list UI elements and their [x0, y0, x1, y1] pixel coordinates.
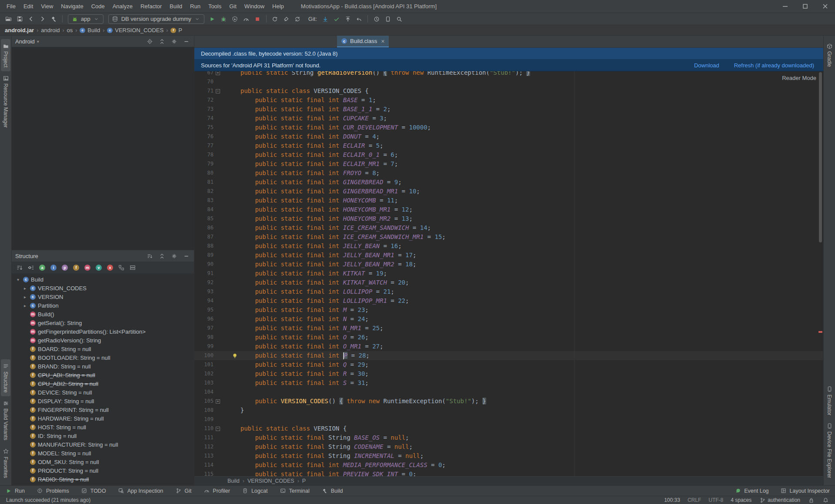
line-number[interactable]: 114	[194, 461, 214, 470]
structure-item[interactable]: mgetFingerprintedPartitions(): List<Part…	[12, 327, 194, 336]
code-line-87[interactable]: 87 public static final int ICE_CREAM_SAN…	[194, 232, 823, 242]
code-line-76[interactable]: 76 public static final int DONUT = 4;	[194, 132, 823, 141]
tab-close-icon[interactable]: ×	[381, 38, 384, 45]
error-stripe-mark[interactable]	[818, 331, 822, 333]
line-number[interactable]: 95	[194, 305, 214, 315]
sort-by-visibility-toggle[interactable]	[27, 263, 35, 272]
run-configuration-select[interactable]: app	[68, 14, 104, 24]
code-line-85[interactable]: 85 public static final int HONEYCOMB_MR2…	[194, 214, 823, 223]
menu-run[interactable]: Run	[186, 0, 204, 13]
git-branch-widget[interactable]: authentication	[759, 497, 800, 504]
code-line-97[interactable]: 97 public static final int N_MR1 = 25;	[194, 324, 823, 333]
tool-stripe-build-variants[interactable]: Build Variants	[1, 396, 10, 444]
code-line-102[interactable]: 102 public static final int R = 30;	[194, 369, 823, 378]
code-line-88[interactable]: 88 public static final int JELLY_BEAN = …	[194, 242, 823, 251]
history-button[interactable]	[371, 14, 381, 24]
code-line-90[interactable]: 90 public static final int JELLY_BEAN_MR…	[194, 260, 823, 269]
code-text[interactable]: public static final int N_MR1 = 25;	[222, 324, 383, 333]
code-line-101[interactable]: 101 public static final int Q = 29;	[194, 360, 823, 369]
code-text[interactable]: public static final int Q = 29;	[222, 360, 369, 369]
structure-item[interactable]: fCPU_ABI: String = null	[12, 371, 194, 379]
tool-stripe-favorites[interactable]: Favorites	[1, 444, 10, 482]
code-text[interactable]: public static final int M = 23;	[222, 305, 369, 315]
reader-mode-label[interactable]: Reader Mode	[782, 75, 816, 81]
minimize-button[interactable]	[775, 0, 795, 13]
refresh-sources-link[interactable]: Refresh (if already downloaded)	[734, 62, 814, 69]
show-inherited-toggle[interactable]: i	[49, 263, 58, 272]
line-number[interactable]: 73	[194, 105, 214, 114]
sync-button[interactable]	[293, 14, 303, 24]
code-text[interactable]: public static final int N = 24;	[222, 315, 369, 324]
line-number[interactable]: 99	[194, 342, 214, 351]
code-line-77[interactable]: 77 public static final int ECLAIR = 5;	[194, 141, 823, 150]
code-line-104[interactable]: 104	[194, 388, 823, 397]
code-text[interactable]: public static final int ECLAIR_MR1 = 7;	[222, 159, 398, 169]
structure-item[interactable]: fODM_SKU: String = null	[12, 458, 194, 466]
hammer-button[interactable]	[49, 14, 59, 24]
search-button[interactable]	[394, 14, 404, 24]
line-number[interactable]: 97	[194, 324, 214, 333]
line-number[interactable]: 92	[194, 278, 214, 287]
notifications-bell-icon[interactable]	[822, 497, 829, 504]
code-line-95[interactable]: 95 public static final int M = 23;	[194, 305, 823, 315]
line-number[interactable]: 98	[194, 333, 214, 342]
line-number[interactable]: 75	[194, 123, 214, 132]
breadcrumb-os[interactable]: os	[66, 27, 74, 33]
code-line-70[interactable]: 70	[194, 77, 823, 86]
structure-item[interactable]: fID: String = null	[12, 431, 194, 440]
sortlist-button[interactable]	[145, 252, 154, 260]
line-number[interactable]: 77	[194, 141, 214, 150]
fold-collapse-icon[interactable]: −	[216, 427, 220, 431]
structure-item[interactable]: fFINGERPRINT: String = null	[12, 405, 194, 414]
gitcommit-button[interactable]	[331, 14, 341, 24]
tool-stripe-resource-manager[interactable]: Resource Manager	[1, 71, 10, 132]
line-number[interactable]: 87	[194, 232, 214, 242]
breadcrumb-build[interactable]: cBuild	[78, 27, 101, 33]
code-text[interactable]: public static final int ICE_CREAM_SANDWI…	[222, 232, 446, 242]
code-line-108[interactable]: 108 }	[194, 406, 823, 415]
gear-button[interactable]	[170, 37, 178, 46]
line-number[interactable]: 109	[194, 415, 214, 424]
code-line-67[interactable]: 67+ public static String getRadioVersion…	[194, 71, 823, 77]
line-number[interactable]: 103	[194, 378, 214, 388]
structure-item[interactable]: ▸cPartition	[12, 301, 194, 310]
menu-navigate[interactable]: Navigate	[57, 0, 87, 13]
show-scratch-toggle[interactable]	[128, 263, 137, 272]
code-text[interactable]: public static final int P = 28;	[222, 351, 370, 360]
structure-item[interactable]: ▾cBuild	[12, 275, 194, 284]
tool-stripe-device-file-explorer[interactable]: Device File Explorer	[825, 419, 834, 482]
tool-window-button-layout-inspector[interactable]: Layout Inspector	[780, 487, 830, 494]
back-button[interactable]	[26, 14, 36, 24]
code-line-113[interactable]: 113 public static final String INCREMENT…	[194, 451, 823, 461]
gitpush-button[interactable]	[343, 14, 353, 24]
code-line-115[interactable]: 115 public static final int PREVIEW_SDK_…	[194, 470, 823, 476]
debug-button[interactable]	[219, 14, 229, 24]
structure-item[interactable]: mgetRadioVersion(): String	[12, 336, 194, 345]
line-number[interactable]: 70	[194, 77, 214, 86]
tool-window-button-build[interactable]: Build	[321, 487, 343, 494]
tool-window-button-app-inspection[interactable]: App Inspection	[118, 487, 164, 494]
structure-item[interactable]: fMANUFACTURER: String = null	[12, 440, 194, 449]
menu-edit[interactable]: Edit	[20, 0, 37, 13]
menu-analyze[interactable]: Analyze	[109, 0, 137, 13]
fold-expand-icon[interactable]: +	[216, 71, 220, 75]
code-line-111[interactable]: 111 public static final String BASE_OS =…	[194, 433, 823, 442]
download-sources-link[interactable]: Download	[694, 62, 719, 69]
minimize-button[interactable]	[182, 37, 190, 46]
maximize-button[interactable]	[795, 0, 815, 13]
tab-build-class[interactable]: c Build.class ×	[337, 36, 389, 47]
editor-breadcrumb-p[interactable]: P	[302, 478, 306, 484]
collapse-button[interactable]	[157, 252, 166, 260]
fold-gutter[interactable]: −	[214, 427, 222, 431]
line-number[interactable]: 93	[194, 287, 214, 296]
menu-help[interactable]: Help	[268, 0, 288, 13]
code-text[interactable]: public static final int O_MR1 = 27;	[222, 342, 383, 351]
collapsed-arrow-icon[interactable]: ▸	[22, 286, 28, 291]
line-number[interactable]: 89	[194, 251, 214, 260]
apply-button[interactable]	[270, 14, 280, 24]
gitupdate-button[interactable]	[320, 14, 330, 24]
code-line-96[interactable]: 96 public static final int N = 24;	[194, 315, 823, 324]
line-number[interactable]: 113	[194, 451, 214, 461]
forward-button[interactable]	[37, 14, 47, 24]
code-text[interactable]: public static final int PREVIEW_SDK_INT …	[222, 470, 416, 476]
